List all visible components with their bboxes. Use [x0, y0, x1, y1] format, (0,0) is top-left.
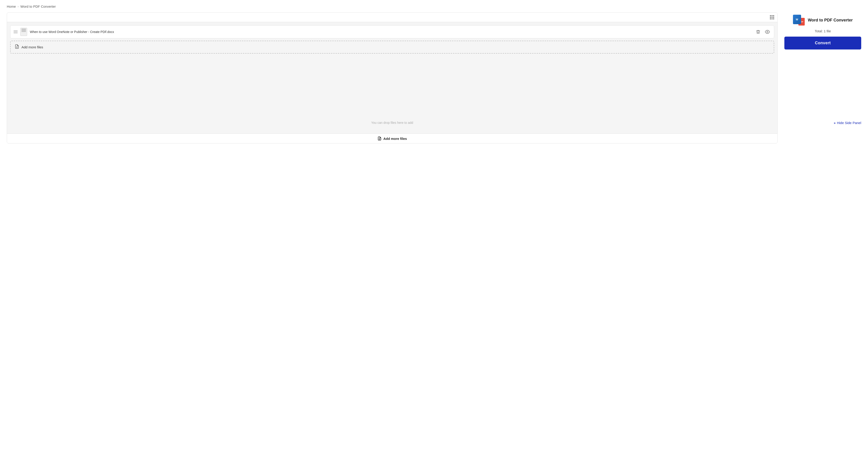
- word-icon: W: [793, 15, 801, 24]
- converter-title: Word to PDF Converter: [808, 18, 853, 23]
- preview-file-button[interactable]: [764, 29, 771, 35]
- svg-point-0: [767, 31, 768, 33]
- right-panel: W PDF Word to PDF Converter Total: 1 fil…: [784, 12, 861, 125]
- add-file-bottom-icon: [377, 136, 381, 140]
- left-panel: When to use Word OneNote or Publisher - …: [7, 12, 778, 143]
- converter-icon: W PDF: [793, 15, 805, 26]
- bottom-add-label: Add more files: [383, 137, 407, 140]
- hide-side-panel-link[interactable]: » Hide Side Panel: [834, 53, 861, 125]
- add-file-icon: [15, 44, 19, 50]
- toolbar-bar: [7, 13, 777, 22]
- grid-view-icon[interactable]: [770, 15, 774, 20]
- breadcrumb-current: Word to PDF Converter: [20, 4, 56, 8]
- convert-button[interactable]: Convert: [784, 37, 861, 50]
- table-row: When to use Word OneNote or Publisher - …: [10, 25, 774, 38]
- file-name-label: When to use Word OneNote or Publisher - …: [30, 30, 752, 34]
- main-layout: When to use Word OneNote or Publisher - …: [7, 12, 861, 143]
- breadcrumb-separator: ›: [18, 5, 19, 8]
- hide-panel-label: Hide Side Panel: [837, 121, 861, 125]
- total-files-label: Total: 1 file: [815, 29, 831, 33]
- breadcrumb-home[interactable]: Home: [7, 4, 16, 8]
- file-actions: [755, 29, 771, 35]
- file-list-area: When to use Word OneNote or Publisher - …: [7, 22, 777, 134]
- converter-header: W PDF Word to PDF Converter: [793, 15, 853, 26]
- drag-handle-icon[interactable]: [13, 31, 18, 33]
- drop-zone-hint: You can drop files here to add: [10, 56, 774, 131]
- file-type-icon: [20, 28, 27, 36]
- bottom-add-more-files-button[interactable]: Add more files: [377, 136, 407, 140]
- breadcrumb: Home › Word to PDF Converter: [7, 4, 861, 8]
- bottom-bar: Add more files: [7, 134, 777, 143]
- add-more-files-dashed-button[interactable]: Add more files: [10, 41, 774, 54]
- delete-file-button[interactable]: [755, 29, 761, 35]
- chevron-right-icon: »: [834, 121, 836, 125]
- add-more-files-label: Add more files: [22, 45, 43, 49]
